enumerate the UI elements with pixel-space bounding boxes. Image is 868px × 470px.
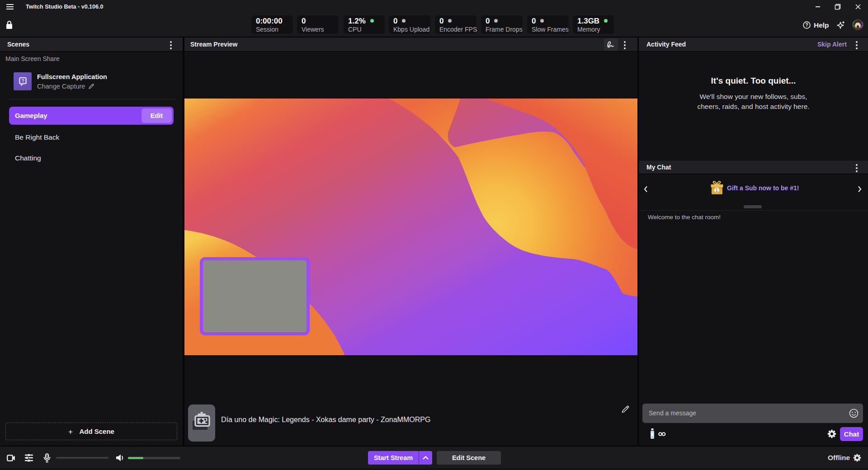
svg-text:1: 1 xyxy=(716,188,718,193)
svg-text:?: ? xyxy=(805,22,808,28)
svg-text:?: ? xyxy=(21,78,24,84)
